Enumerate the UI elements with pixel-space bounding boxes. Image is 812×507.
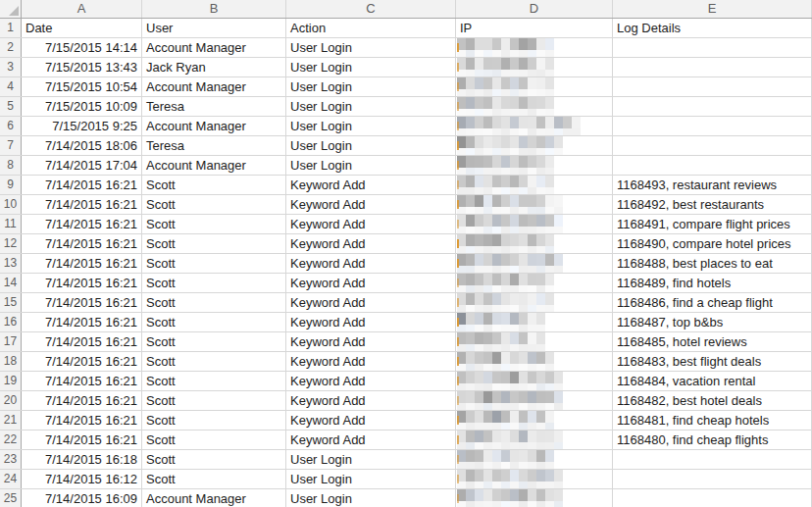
- cell-ip[interactable]: [456, 77, 613, 96]
- cell-log-details[interactable]: [613, 156, 812, 175]
- cell-log-details[interactable]: 1168489, find hotels: [613, 274, 812, 292]
- cell-user[interactable]: Account Manager: [142, 489, 286, 507]
- row-number[interactable]: 23: [0, 450, 22, 469]
- cell-user[interactable]: Scott: [142, 176, 286, 194]
- cell-ip[interactable]: [456, 274, 613, 292]
- cell-action[interactable]: Keyword Add: [286, 293, 456, 312]
- row-number[interactable]: 8: [0, 156, 22, 175]
- cell-action[interactable]: Action: [286, 19, 456, 37]
- row-number[interactable]: 17: [0, 332, 22, 351]
- row-number[interactable]: 11: [0, 215, 22, 233]
- cell-ip[interactable]: [456, 195, 613, 214]
- cell-date[interactable]: 7/14/2015 16:12: [22, 470, 142, 488]
- cell-date[interactable]: 7/14/2015 16:21: [22, 332, 142, 351]
- cell-log-details[interactable]: 1168484, vacation rental: [613, 372, 812, 390]
- cell-user[interactable]: Account Manager: [142, 38, 286, 57]
- cell-action[interactable]: Keyword Add: [286, 254, 456, 273]
- cell-log-details[interactable]: [613, 58, 812, 76]
- column-header[interactable]: A: [22, 0, 142, 18]
- cell-action[interactable]: Keyword Add: [286, 176, 456, 194]
- cell-log-details[interactable]: 1168486, find a cheap flight: [613, 293, 812, 312]
- cell-action[interactable]: Keyword Add: [286, 391, 456, 410]
- cell-action[interactable]: User Login: [286, 97, 456, 116]
- cell-action[interactable]: Keyword Add: [286, 234, 456, 253]
- cell-action[interactable]: Keyword Add: [286, 215, 456, 233]
- cell-date[interactable]: 7/14/2015 16:21: [22, 274, 142, 292]
- cell-log-details[interactable]: [613, 38, 812, 57]
- cell-action[interactable]: User Login: [286, 489, 456, 507]
- cell-user[interactable]: Scott: [142, 332, 286, 351]
- cell-date[interactable]: 7/14/2015 16:21: [22, 176, 142, 194]
- cell-date[interactable]: 7/14/2015 16:21: [22, 352, 142, 371]
- cell-date[interactable]: 7/14/2015 16:21: [22, 411, 142, 430]
- cell-action[interactable]: User Login: [286, 58, 456, 76]
- row-number[interactable]: 6: [0, 117, 22, 135]
- cell-ip[interactable]: [456, 352, 613, 371]
- cell-log-details[interactable]: 1168482, best hotel deals: [613, 391, 812, 410]
- cell-ip[interactable]: [456, 38, 613, 57]
- cell-ip[interactable]: [456, 234, 613, 253]
- row-number[interactable]: 13: [0, 254, 22, 273]
- cell-user[interactable]: Jack Ryan: [142, 58, 286, 76]
- cell-ip[interactable]: [456, 97, 613, 116]
- row-number[interactable]: 24: [0, 470, 22, 488]
- cell-date[interactable]: 7/14/2015 16:21: [22, 195, 142, 214]
- cell-action[interactable]: Keyword Add: [286, 274, 456, 292]
- cell-log-details[interactable]: 1168490, compare hotel prices: [613, 234, 812, 253]
- cell-date[interactable]: 7/14/2015 16:21: [22, 431, 142, 449]
- cell-ip[interactable]: [456, 254, 613, 273]
- cell-ip[interactable]: [456, 215, 613, 233]
- column-header[interactable]: C: [286, 0, 456, 18]
- cell-date[interactable]: 7/15/2015 10:54: [22, 77, 142, 96]
- column-header[interactable]: E: [613, 0, 812, 18]
- cell-user[interactable]: Account Manager: [142, 77, 286, 96]
- cell-action[interactable]: Keyword Add: [286, 431, 456, 449]
- cell-log-details[interactable]: 1168488, best places to eat: [613, 254, 812, 273]
- cell-date[interactable]: 7/14/2015 16:21: [22, 215, 142, 233]
- cell-log-details[interactable]: 1168483, best flight deals: [613, 352, 812, 371]
- cell-ip[interactable]: [456, 470, 613, 488]
- row-number[interactable]: 1: [0, 19, 22, 37]
- row-number[interactable]: 3: [0, 58, 22, 76]
- cell-ip[interactable]: [456, 176, 613, 194]
- cell-user[interactable]: Scott: [142, 450, 286, 469]
- cell-ip[interactable]: [456, 313, 613, 331]
- cell-date[interactable]: Date: [22, 19, 142, 37]
- cell-action[interactable]: Keyword Add: [286, 411, 456, 430]
- cell-user[interactable]: Scott: [142, 411, 286, 430]
- cell-ip[interactable]: [456, 136, 613, 155]
- cell-ip[interactable]: [456, 450, 613, 469]
- cell-log-details[interactable]: 1168481, find cheap hotels: [613, 411, 812, 430]
- cell-user[interactable]: Scott: [142, 391, 286, 410]
- cell-date[interactable]: 7/15/2015 13:43: [22, 58, 142, 76]
- cell-ip[interactable]: [456, 411, 613, 430]
- cell-action[interactable]: User Login: [286, 38, 456, 57]
- cell-ip[interactable]: [456, 391, 613, 410]
- cell-action[interactable]: Keyword Add: [286, 195, 456, 214]
- column-header[interactable]: B: [142, 0, 286, 18]
- cell-user[interactable]: Scott: [142, 195, 286, 214]
- cell-user[interactable]: Scott: [142, 234, 286, 253]
- cell-user[interactable]: Scott: [142, 274, 286, 292]
- cell-action[interactable]: User Login: [286, 117, 456, 135]
- cell-date[interactable]: 7/14/2015 16:21: [22, 293, 142, 312]
- cell-user[interactable]: Scott: [142, 372, 286, 390]
- cell-log-details[interactable]: [613, 470, 812, 488]
- row-number[interactable]: 20: [0, 391, 22, 410]
- row-number[interactable]: 14: [0, 274, 22, 292]
- row-number[interactable]: 16: [0, 313, 22, 331]
- cell-log-details[interactable]: Log Details: [613, 19, 812, 37]
- cell-user[interactable]: Teresa: [142, 97, 286, 116]
- cell-action[interactable]: User Login: [286, 450, 456, 469]
- cell-log-details[interactable]: 1168480, find cheap flights: [613, 431, 812, 449]
- cell-date[interactable]: 7/14/2015 16:21: [22, 313, 142, 331]
- cell-log-details[interactable]: 1168493, restaurant reviews: [613, 176, 812, 194]
- row-number[interactable]: 9: [0, 176, 22, 194]
- cell-ip[interactable]: [456, 58, 613, 76]
- cell-date[interactable]: 7/14/2015 17:04: [22, 156, 142, 175]
- row-number[interactable]: 2: [0, 38, 22, 57]
- column-header[interactable]: D: [456, 0, 613, 18]
- row-number[interactable]: 4: [0, 77, 22, 96]
- cell-date[interactable]: 7/14/2015 16:18: [22, 450, 142, 469]
- cell-log-details[interactable]: [613, 450, 812, 469]
